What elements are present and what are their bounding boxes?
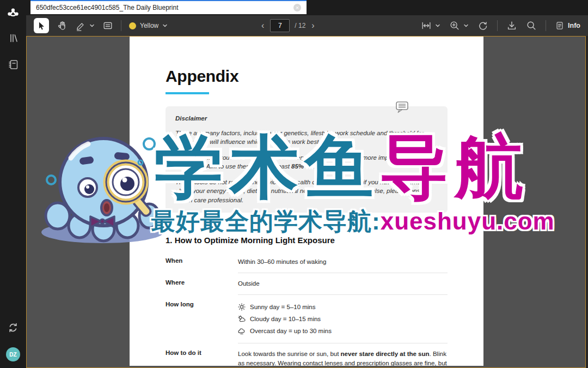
title-underline — [166, 92, 209, 94]
duration-text: Sunny day = 5–10 mins — [250, 301, 316, 313]
toolbar-separator — [497, 20, 498, 31]
tab-bar: 650dfec53cce61ec4901c585_The Daily Bluep… — [26, 0, 588, 15]
toolbar-separator — [121, 20, 121, 31]
chevron-down-icon — [162, 23, 168, 28]
table-row-where: Where Outside — [166, 273, 448, 295]
annotation-comment-icon[interactable] — [395, 101, 409, 117]
search-icon[interactable] — [526, 20, 537, 31]
row-label: Where — [166, 273, 238, 295]
info-button-label: Info — [568, 22, 580, 29]
page-navigation: ‹ / 12 › — [260, 15, 316, 36]
page-total-label: / 12 — [295, 22, 305, 29]
highlight-color-picker[interactable]: Yellow — [129, 22, 168, 29]
info-button[interactable]: Info — [555, 21, 580, 31]
row-label: How to do it — [166, 343, 238, 366]
row-label: When — [166, 251, 238, 273]
download-button[interactable] — [506, 20, 517, 31]
duration-item: Cloudy day = 10–15 mins — [238, 313, 448, 325]
select-tool-button[interactable] — [34, 18, 49, 33]
previous-page-button[interactable]: ‹ — [260, 21, 265, 30]
zoom-button[interactable] — [449, 20, 469, 31]
protocol-table: When Within 30–60 minutes of waking Wher… — [166, 251, 448, 366]
sun-icon — [238, 303, 246, 311]
document-info-icon — [555, 21, 565, 31]
mendeley-logo-icon[interactable] — [7, 5, 20, 19]
table-row-how-to: How to do it Look towards the sunrise or… — [166, 343, 448, 366]
duration-item: Sunny day = 5–10 mins — [238, 301, 448, 313]
next-page-button[interactable]: › — [310, 21, 315, 30]
highlight-color-label: Yellow — [140, 22, 158, 29]
pdf-page: Appendix Disclaimer There are many fac — [130, 37, 483, 366]
pdf-viewer-window: DZ 650dfec53cce61ec4901c585_The Daily Bl… — [0, 0, 588, 368]
row-value: Within 30–60 minutes of waking — [238, 251, 448, 273]
sticky-note-tool-button[interactable] — [102, 20, 113, 31]
chevron-down-icon — [89, 23, 95, 28]
row-value: Sunny day = 5–10 mins Cloudy day = 10–15… — [238, 295, 448, 343]
left-sidebar: DZ — [0, 0, 26, 368]
viewer-content-area: Appendix Disclaimer There are many fac — [26, 36, 586, 368]
pdf-toolbar: Yellow ‹ / 12 › — [26, 15, 588, 36]
disclaimer-box: Disclaimer There are many factors, inclu… — [166, 106, 448, 213]
document-tab[interactable]: 650dfec53cce61ec4901c585_The Daily Bluep… — [30, 0, 307, 14]
chevron-down-icon — [435, 23, 440, 28]
sync-icon[interactable] — [7, 321, 20, 334]
notebook-icon[interactable] — [7, 58, 20, 71]
table-row-when: When Within 30–60 minutes of waking — [166, 251, 448, 273]
row-value: Outside — [238, 273, 448, 295]
disclaimer-paragraph-2: Stick with these routines as best you ca… — [175, 153, 438, 171]
highlighter-tool-button[interactable] — [75, 20, 95, 31]
user-avatar[interactable]: DZ — [6, 347, 20, 361]
chevron-down-icon — [463, 23, 469, 28]
toolbar-separator — [546, 20, 546, 31]
disclaimer-paragraph-1: There are many factors, including your g… — [175, 129, 438, 147]
fit-width-button[interactable] — [421, 20, 440, 31]
row-label: How long — [166, 295, 238, 343]
highlight-color-swatch — [129, 22, 136, 29]
tab-close-icon[interactable]: × — [293, 4, 301, 11]
duration-text: Overcast day = up to 30 mins — [250, 325, 332, 337]
table-row-how-long: How long Sunny day = 5–10 m — [166, 295, 448, 343]
duration-text: Cloudy day = 10–15 mins — [250, 313, 321, 325]
rotate-button[interactable] — [477, 20, 488, 31]
disclaimer-paragraph-3: These tools do not replace the advice of… — [175, 178, 438, 205]
page-title: Appendix — [166, 67, 448, 86]
sun-behind-cloud-icon — [238, 315, 246, 323]
avatar-initials: DZ — [9, 352, 16, 358]
hand-tool-button[interactable] — [57, 20, 68, 31]
cloud-icon — [238, 327, 246, 335]
section-title: 1. How to Optimize Morning Light Exposur… — [166, 236, 448, 245]
library-icon[interactable] — [7, 32, 20, 45]
row-value: Look towards the sunrise or sun, but nev… — [238, 343, 448, 366]
page-number-input[interactable] — [270, 19, 290, 32]
document-tab-title: 650dfec53cce61ec4901c585_The Daily Bluep… — [36, 4, 293, 11]
duration-item: Overcast day = up to 30 mins — [238, 325, 448, 337]
